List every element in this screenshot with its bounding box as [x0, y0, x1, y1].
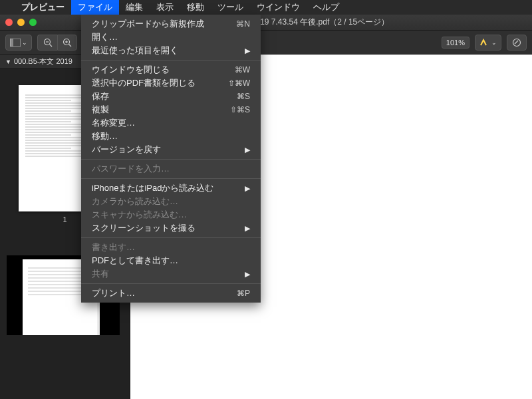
menu-take-screenshot[interactable]: スクリーンショットを撮る▶ — [81, 221, 261, 235]
menu-import-scanner: スキャナから読み込む… — [81, 208, 261, 221]
svg-rect-1 — [10, 39, 13, 47]
svg-point-11 — [513, 39, 521, 46]
zoom-group — [37, 35, 77, 51]
menu-close-window[interactable]: ウインドウを閉じる⌘W — [81, 63, 261, 76]
app-name[interactable]: プレビュー — [15, 1, 71, 13]
submenu-arrow-icon: ▶ — [245, 184, 250, 193]
menu-separator — [81, 283, 261, 284]
highlight-button[interactable]: ⌄ — [475, 35, 501, 51]
preview-window: 000.B5-本文 2019-07-19 7.43.54 午後.pdf（2 / … — [0, 15, 532, 399]
menu-close-selected-pdf[interactable]: 選択中のPDF書類を閉じる⇧⌘W — [81, 76, 261, 90]
sidebar-tab-label: 000.B5-本文 2019 — [14, 57, 72, 66]
menu-open[interactable]: 開く… — [81, 31, 261, 44]
submenu-arrow-icon: ▶ — [245, 270, 250, 279]
disclosure-triangle-icon: ▼ — [5, 59, 11, 65]
menu-edit[interactable]: 編集 — [119, 0, 150, 15]
maximize-button[interactable] — [29, 19, 37, 26]
sidebar-toggle-button[interactable]: ⌄ — [5, 35, 32, 51]
file-menu-dropdown: クリップボードから新規作成⌘N 開く… 最近使った項目を開く▶ ウインドウを閉じ… — [81, 15, 261, 303]
menu-open-recent[interactable]: 最近使った項目を開く▶ — [81, 44, 261, 57]
menu-import-iphone-ipad[interactable]: iPhoneまたはiPadから読み込む▶ — [81, 182, 261, 195]
titlebar: 000.B5-本文 2019-07-19 7.43.54 午後.pdf（2 / … — [0, 15, 532, 31]
chevron-down-icon: ⌄ — [22, 39, 27, 46]
toolbar: ⌄ 101% ⌄ — [0, 31, 532, 55]
menu-revert-to[interactable]: バージョンを戻す▶ — [81, 143, 261, 156]
content-area: ▼ 000.B5-本文 2019 1 — [0, 55, 532, 399]
zoom-out-button[interactable] — [37, 35, 57, 51]
chevron-down-icon: ⌄ — [491, 39, 497, 46]
menu-view[interactable]: 表示 — [150, 0, 180, 15]
menu-window[interactable]: ウインドウ — [250, 0, 307, 15]
menu-new-from-clipboard[interactable]: クリップボードから新規作成⌘N — [81, 17, 261, 31]
menu-go[interactable]: 移動 — [180, 0, 211, 15]
menu-separator — [81, 237, 261, 238]
system-menubar: プレビュー ファイル 編集 表示 移動 ツール ウインドウ ヘルプ — [0, 0, 532, 15]
menu-separator — [81, 159, 261, 160]
menu-separator — [81, 60, 261, 61]
menu-save[interactable]: 保存⌘S — [81, 90, 261, 103]
traffic-lights — [5, 19, 37, 26]
svg-line-6 — [69, 44, 72, 47]
menu-help[interactable]: ヘルプ — [307, 0, 346, 15]
menu-rename[interactable]: 名称変更… — [81, 116, 261, 130]
zoom-in-button[interactable] — [57, 35, 77, 51]
menu-file[interactable]: ファイル — [71, 0, 119, 15]
menu-duplicate[interactable]: 複製⇧⌘S — [81, 103, 261, 116]
menu-move-to[interactable]: 移動… — [81, 130, 261, 143]
svg-line-3 — [49, 44, 52, 47]
menu-enter-password: パスワードを入力… — [81, 162, 261, 176]
submenu-arrow-icon: ▶ — [245, 224, 250, 233]
markup-button[interactable] — [507, 35, 527, 51]
minimize-button[interactable] — [17, 19, 25, 26]
menu-separator — [81, 178, 261, 179]
zoom-level[interactable]: 101% — [442, 37, 469, 49]
menu-print[interactable]: プリント…⌘P — [81, 287, 261, 300]
menu-import-camera: カメラから読み込む… — [81, 195, 261, 208]
menu-tools[interactable]: ツール — [211, 0, 250, 15]
submenu-arrow-icon: ▶ — [245, 146, 250, 154]
menu-export-as-pdf[interactable]: PDFとして書き出す… — [81, 254, 261, 267]
menu-export: 書き出す… — [81, 241, 261, 254]
submenu-arrow-icon: ▶ — [245, 47, 250, 55]
menu-share: 共有▶ — [81, 267, 261, 281]
close-button[interactable] — [5, 19, 13, 26]
